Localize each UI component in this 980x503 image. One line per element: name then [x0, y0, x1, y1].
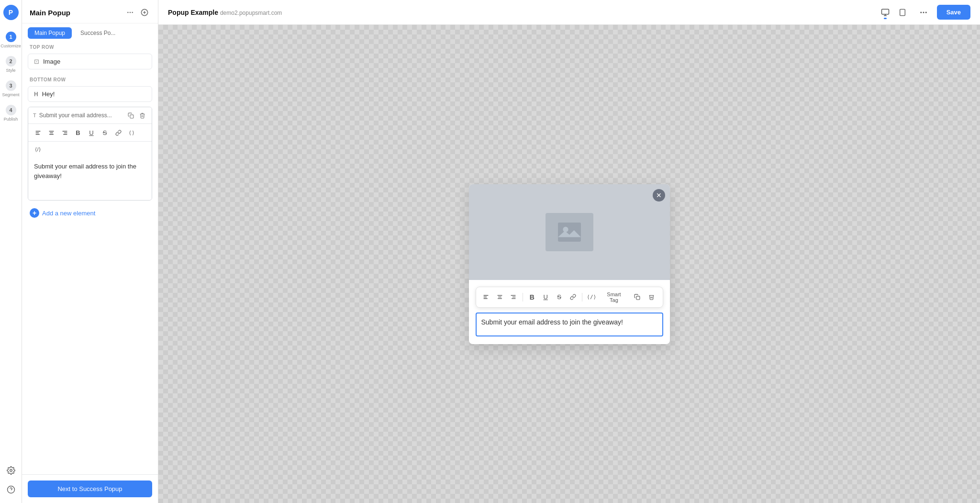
- save-button[interactable]: Save: [937, 5, 970, 20]
- editor-toolbar: B U S ⟨⟩: [28, 124, 152, 142]
- delete-element-icon[interactable]: [137, 111, 147, 120]
- help-icon[interactable]: [3, 482, 19, 497]
- image-row-item[interactable]: ⊡ Image: [28, 54, 152, 69]
- tab-main-popup[interactable]: Main Popup: [28, 27, 72, 39]
- nav-item-style[interactable]: 2 Style: [0, 52, 22, 77]
- ft-align-right-btn[interactable]: [508, 291, 518, 303]
- nav-item-publish[interactable]: 4 Publish: [0, 101, 22, 125]
- top-bar-more-btn[interactable]: [916, 5, 931, 20]
- element-header: T Submit your email address...: [28, 107, 152, 124]
- top-row-label: TOP ROW: [22, 39, 158, 52]
- nav-label-style: Style: [6, 68, 15, 73]
- ft-delete-btn[interactable]: [646, 291, 658, 303]
- sidebar-footer: Next to Success Popup: [22, 474, 158, 503]
- nav-number-2: 2: [6, 56, 16, 67]
- nav-label-segment: Segment: [2, 92, 19, 97]
- ft-copy-del: [631, 291, 658, 303]
- left-nav: P 1 Customize 2 Style 3 Segment 4 Publis…: [0, 0, 22, 503]
- app-subtitle: demo2.popupsmart.com: [220, 10, 282, 16]
- align-center-btn[interactable]: [45, 127, 57, 138]
- popup-tab-bar: Main Popup Success Po...: [22, 23, 158, 39]
- align-right-btn[interactable]: [59, 127, 70, 138]
- element-placeholder-text: Submit your email address...: [39, 112, 112, 119]
- text-element-panel: T Submit your email address...: [28, 107, 152, 201]
- canvas-wrapper: ✕: [158, 25, 980, 503]
- image-row-label: Image: [43, 58, 60, 65]
- toolbar-separator-2: [582, 293, 582, 302]
- more-options-icon[interactable]: [124, 7, 136, 18]
- editor-content-area[interactable]: Submit your email address to join the gi…: [28, 157, 152, 200]
- nav-number-3: 3: [6, 80, 16, 91]
- smart-tag-btn[interactable]: Smart Tag: [600, 290, 628, 304]
- settings-icon[interactable]: [3, 463, 19, 478]
- canvas-area: Popup Example demo2.popupsmart.com Save: [158, 0, 980, 503]
- editor-toolbar-2: ⟨/⟩: [28, 142, 152, 157]
- ft-align-center-btn[interactable]: [494, 291, 505, 303]
- svg-rect-19: [881, 9, 889, 14]
- sidebar-header-icons: [124, 7, 150, 18]
- strikethrough-btn[interactable]: S: [99, 127, 111, 138]
- ft-bold-btn[interactable]: B: [527, 291, 537, 303]
- link-btn[interactable]: [112, 127, 124, 138]
- svg-point-25: [923, 11, 924, 13]
- app-name-block: Popup Example demo2.popupsmart.com: [168, 8, 282, 17]
- nav-label-publish: Publish: [4, 117, 18, 122]
- top-bar: Popup Example demo2.popupsmart.com Save: [158, 0, 980, 25]
- editor-text: Submit your email address to join the gi…: [34, 163, 136, 179]
- ft-underline-btn[interactable]: U: [540, 291, 551, 303]
- svg-point-5: [132, 12, 133, 13]
- popup-text-section: B U S ⟨/⟩ Smart Tag: [469, 287, 670, 336]
- sidebar-title: Main Popup: [30, 9, 121, 17]
- add-element-plus-icon: +: [30, 208, 39, 218]
- tab-success-popup[interactable]: Success Po...: [74, 27, 122, 39]
- app-title: Popup Example demo2.popupsmart.com: [168, 9, 282, 16]
- sidebar-panel: Main Popup Main Popup Success Po... TOP …: [22, 0, 158, 503]
- ft-code-btn[interactable]: ⟨/⟩: [586, 291, 597, 303]
- copy-element-icon[interactable]: [126, 111, 135, 120]
- hey-row-item[interactable]: H Hey!: [28, 86, 152, 102]
- next-success-popup-btn[interactable]: Next to Success Popup: [28, 481, 152, 497]
- popup-close-btn[interactable]: ✕: [653, 189, 665, 201]
- svg-point-28: [563, 226, 568, 232]
- svg-point-24: [920, 11, 922, 13]
- image-icon: ⊡: [34, 58, 39, 65]
- svg-rect-9: [130, 114, 133, 118]
- ft-align-left-btn[interactable]: [481, 291, 491, 303]
- ft-link-btn[interactable]: [568, 291, 578, 303]
- hey-row-label: Hey!: [42, 90, 55, 98]
- device-buttons: [878, 5, 910, 20]
- nav-item-customize[interactable]: 1 Customize: [0, 28, 22, 52]
- desktop-device-btn[interactable]: [878, 5, 893, 20]
- image-placeholder: [546, 213, 593, 251]
- smart-tag-icon[interactable]: ⟨/⟩: [32, 144, 44, 155]
- svg-rect-27: [558, 223, 581, 242]
- align-left-btn[interactable]: [32, 127, 44, 138]
- nav-label-customize: Customize: [0, 44, 21, 48]
- app-logo[interactable]: P: [3, 5, 19, 20]
- add-element-btn[interactable]: + Add a new element: [22, 203, 158, 223]
- svg-point-4: [130, 12, 131, 13]
- nav-number-1: 1: [6, 32, 16, 42]
- add-section-icon[interactable]: [139, 7, 150, 18]
- ft-strikethrough-btn[interactable]: S: [554, 291, 564, 303]
- svg-rect-38: [636, 296, 640, 300]
- sidebar-header: Main Popup: [22, 0, 158, 23]
- popup-editable-text[interactable]: Submit your email address to join the gi…: [476, 313, 663, 336]
- ft-copy-btn[interactable]: [631, 291, 644, 303]
- text-type-icon: T: [33, 112, 36, 118]
- code-btn[interactable]: ⟨⟩: [126, 127, 137, 138]
- tablet-device-btn[interactable]: [895, 5, 910, 20]
- svg-rect-22: [900, 9, 905, 15]
- bold-btn[interactable]: B: [72, 127, 84, 138]
- text-editor: B U S ⟨⟩ ⟨/⟩ Submit your email address t…: [28, 124, 152, 200]
- close-icon: ✕: [656, 191, 662, 199]
- add-element-label: Add a new element: [42, 210, 95, 217]
- nav-item-segment[interactable]: 3 Segment: [0, 77, 22, 101]
- nav-bottom: [3, 463, 19, 503]
- svg-point-3: [127, 12, 129, 13]
- heading-icon: H: [34, 91, 38, 98]
- underline-btn[interactable]: U: [86, 127, 97, 138]
- svg-point-26: [925, 11, 926, 13]
- floating-toolbar: B U S ⟨/⟩ Smart Tag: [476, 287, 663, 308]
- svg-point-0: [10, 469, 12, 472]
